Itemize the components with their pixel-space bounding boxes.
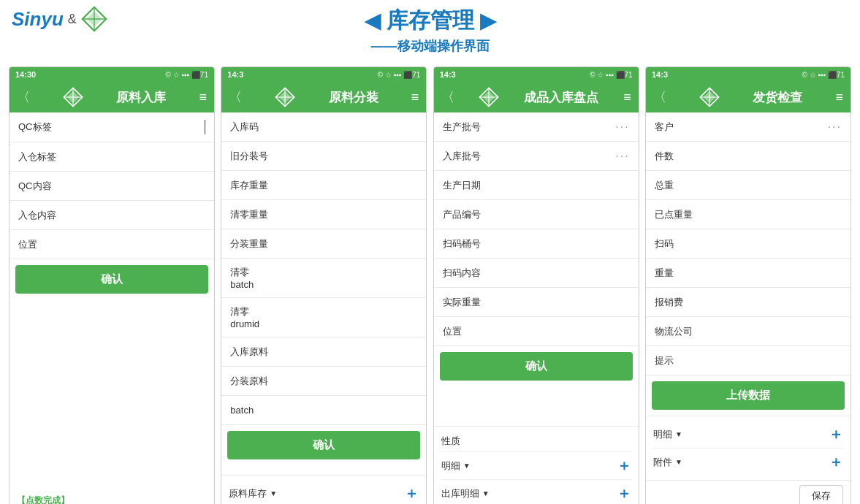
toolbar-attachment: 附件 ▼ ＋: [653, 448, 843, 476]
nav-logo-icon-1: [63, 87, 83, 107]
dots-icon-2: ···: [615, 150, 629, 163]
details-dropdown-4[interactable]: 明细 ▼: [653, 428, 682, 441]
field-old-pkg-no: 旧分装号: [221, 142, 426, 171]
title-right-arrow-icon: ▶: [480, 9, 496, 33]
field-batch-2: batch: [221, 396, 426, 425]
field-counted-weight: 已点重量: [646, 200, 851, 229]
details-arrow-icon: ▼: [463, 462, 471, 470]
confirm-button-2[interactable]: 确认: [227, 431, 420, 459]
field-scan-content: 扫码内容: [434, 259, 639, 288]
field-production-date: 生产日期: [434, 171, 639, 200]
toolbar-details-4: 明细 ▼ ＋: [653, 421, 843, 448]
panel-content-4: 客户 ··· 件数 总重 已点重量 扫码 重量 报销费 物流公司: [646, 112, 851, 416]
confirm-button-3[interactable]: 确认: [440, 352, 633, 381]
attachment-label: 附件: [653, 456, 672, 469]
nav-title-4: 发货检查: [753, 89, 802, 106]
nav-bar-4: 〈 发货检查 ≡: [646, 82, 851, 112]
logo-area: Sinyu &: [12, 6, 107, 32]
completion-link[interactable]: 【点数完成】: [17, 495, 69, 504]
header-top: Sinyu & ◀ 库存管理 ▶: [0, 6, 860, 36]
bottom-toolbar-3: 性质 明细 ▼ ＋ 出库明细 ▼ ＋: [434, 426, 639, 504]
field-hint: 提示: [646, 346, 851, 375]
nav-title-1: 原料入库: [116, 89, 166, 106]
toolbar-details: 明细 ▼ ＋: [441, 452, 631, 480]
field-inbound-material: 入库原料: [221, 337, 426, 367]
nav-menu-icon-2[interactable]: ≡: [411, 90, 419, 105]
upload-button[interactable]: 上传数据: [652, 381, 845, 410]
field-pkg-weight: 分装重量: [221, 229, 426, 259]
panel-content-3: 生产批号 ··· 入库批号 ··· 生产日期 产品编号 扫码桶号 扫码内容 实际…: [434, 112, 639, 426]
field-scan-barrel: 扫码桶号: [434, 229, 639, 259]
subtitle: ——移动端操作界面: [371, 37, 490, 55]
outbound-arrow-icon: ▼: [482, 489, 490, 497]
nav-menu-icon-4[interactable]: ≡: [835, 90, 843, 105]
title-left-arrow-icon: ◀: [365, 9, 381, 33]
page-title: 库存管理: [387, 6, 474, 36]
details-label-4: 明细: [653, 428, 672, 441]
add-attachment-icon[interactable]: ＋: [829, 452, 843, 472]
details-dropdown[interactable]: 明细 ▼: [441, 459, 471, 473]
panel-bottom-1: 【点数完成】: [9, 490, 214, 504]
cursor-line: [205, 120, 205, 134]
bottom-toolbar-4: 明细 ▼ ＋ 附件 ▼ ＋: [646, 416, 851, 480]
panel-raw-material-inbound: 14:30 © ☆ ▪▪▪ ⬛71 〈 原料入库 ≡ QC标签 入仓标签 Q: [9, 66, 215, 504]
toolbar-nature: 性质: [441, 431, 631, 452]
outbound-details-label: 出库明细: [441, 487, 479, 500]
raw-stock-label: 原料库存: [229, 487, 267, 500]
nav-back-icon-3[interactable]: 〈: [441, 88, 454, 106]
save-bar: 保存: [646, 480, 851, 504]
nav-back-icon-1[interactable]: 〈: [17, 88, 30, 106]
field-stock-weight: 库存重量: [221, 171, 426, 200]
field-inbound-code: 入库码: [221, 112, 426, 142]
logo-amp: &: [68, 12, 77, 27]
nav-logo-icon-4: [699, 87, 720, 107]
panels-container: 14:30 © ☆ ▪▪▪ ⬛71 〈 原料入库 ≡ QC标签 入仓标签 Q: [0, 61, 860, 504]
raw-stock-dropdown[interactable]: 原料库存 ▼: [229, 487, 277, 500]
toolbar-raw-stock: 原料库存 ▼ ＋: [229, 480, 419, 504]
add-details-icon-4[interactable]: ＋: [829, 424, 843, 444]
nav-menu-icon-1[interactable]: ≡: [199, 90, 207, 105]
status-time-3: 14:3: [440, 70, 456, 79]
status-bar-3: 14:3 © ☆ ▪▪▪ ⬛71: [434, 67, 639, 82]
add-details-icon[interactable]: ＋: [617, 456, 631, 476]
field-location-3: 位置: [434, 317, 639, 346]
status-icons-3: © ☆ ▪▪▪ ⬛71: [590, 71, 632, 79]
save-button[interactable]: 保存: [799, 485, 843, 504]
panel-content-1: QC标签 入仓标签 QC内容 入仓内容 位置 确认: [9, 112, 214, 490]
status-time-4: 14:3: [652, 70, 668, 79]
field-warehouse-label: 入仓标签: [9, 142, 214, 172]
panel-content-2: 入库码 旧分装号 库存重量 清零重量 分装重量 清零 batch 清零 drum…: [221, 112, 426, 475]
status-icons-2: © ☆ ▪▪▪ ⬛71: [378, 71, 420, 79]
panel-raw-material-packaging: 14:3 © ☆ ▪▪▪ ⬛71 〈 原料分装 ≡ 入库码 旧分装号 库存重量: [221, 66, 427, 504]
nav-bar-3: 〈 成品入库盘点 ≡: [434, 82, 639, 112]
attachment-dropdown[interactable]: 附件 ▼: [653, 456, 682, 469]
field-product-code: 产品编号: [434, 200, 639, 229]
title-area: ◀ 库存管理 ▶: [365, 6, 496, 36]
logo-diamond-icon: [81, 6, 107, 32]
field-inbound-batch: 入库批号 ···: [434, 142, 639, 171]
logo-text: Sinyu: [12, 8, 64, 31]
nav-title-3: 成品入库盘点: [524, 89, 598, 106]
nav-bar-1: 〈 原料入库 ≡: [9, 82, 214, 112]
status-time-1: 14:30: [15, 70, 36, 79]
add-outbound-icon[interactable]: ＋: [617, 484, 631, 503]
attachment-arrow-icon: ▼: [675, 458, 682, 466]
confirm-button-1[interactable]: 确认: [15, 265, 208, 294]
bottom-toolbar-2: 原料库存 ▼ ＋: [221, 475, 426, 504]
header: Sinyu & ◀ 库存管理 ▶ ——移动端操作界面: [0, 0, 860, 58]
panel-shipment-inspection: 14:3 © ☆ ▪▪▪ ⬛71 〈 发货检查 ≡ 客户 ··· 件数 总重: [645, 66, 851, 504]
field-logistics-company: 物流公司: [646, 317, 851, 346]
status-icons-1: © ☆ ▪▪▪ ⬛71: [166, 71, 208, 79]
nav-logo-icon-3: [479, 87, 499, 107]
field-qc-content: QC内容: [9, 172, 214, 201]
status-icons-4: © ☆ ▪▪▪ ⬛71: [802, 71, 845, 79]
nav-back-icon-2[interactable]: 〈: [229, 88, 242, 106]
nav-menu-icon-3[interactable]: ≡: [623, 90, 631, 105]
field-clear-batch: 清零 batch: [221, 259, 426, 298]
nav-back-icon-4[interactable]: 〈: [653, 88, 666, 106]
outbound-details-dropdown[interactable]: 出库明细 ▼: [441, 487, 490, 500]
details-label: 明细: [441, 459, 460, 473]
add-raw-stock-icon[interactable]: ＋: [404, 484, 419, 503]
details-arrow-icon-4: ▼: [675, 430, 682, 438]
field-actual-weight: 实际重量: [434, 288, 639, 317]
